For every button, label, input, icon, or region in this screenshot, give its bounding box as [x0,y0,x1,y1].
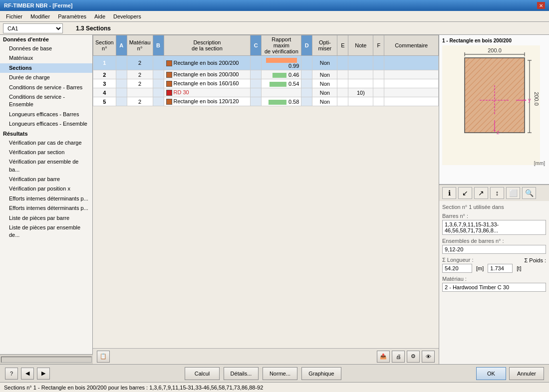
cell-d [301,97,312,106]
cell-b [153,56,164,70]
cell-ratio: 0.54 [262,79,301,88]
calcul-button[interactable]: Calcul [185,367,220,380]
sidebar-item-efforts-2[interactable]: Efforts internes déterminants p... [0,203,92,213]
cell-description: Rectangle en bois 200/200 [164,56,251,70]
next-button[interactable]: ▶ [37,368,50,380]
cell-f [373,79,384,88]
menu-parametres[interactable]: Paramètres [54,12,90,20]
sidebar-item-liste-ensemble[interactable]: Liste de pièces par ensemble de... [0,223,92,240]
longueur-poids-inline: Σ Longueur : Σ Poids : [442,257,546,264]
sidebar-item-verif-position[interactable]: Vérification par position x [0,184,92,194]
col-opti-header: Opti-miser [312,35,337,56]
ca-dropdown[interactable]: CA1 [3,23,63,33]
scrollbar-track[interactable] [1,357,92,363]
close-button[interactable]: ✕ [537,2,545,9]
sidebar-item-verif-ensemble[interactable]: Vérification par ensemble de ba... [0,157,92,175]
sidebar-item-longueurs-ensemble[interactable]: Longueurs efficaces - Ensemble [0,119,92,129]
sidebar-item-efforts-1[interactable]: Efforts internes déterminants p... [0,194,92,203]
sidebar-scrollbar[interactable] [0,354,93,364]
cell-comment [384,79,439,88]
cell-note [348,56,373,70]
cell-b [153,79,164,88]
preview-zoom-in-button[interactable]: ↗ [474,187,488,199]
sidebar-item-materiaux[interactable]: Matériaux [0,53,92,63]
col-c-header: C [251,35,262,56]
cell-comment [384,88,439,97]
menu-bar: Fichier Modifier Paramètres Aide Develop… [0,11,549,22]
sidebar-item-duree-charge[interactable]: Durée de charge [0,73,92,82]
table-print-button[interactable]: 🖨 [392,351,405,363]
menu-developers[interactable]: Developers [109,12,145,20]
cell-comment [384,56,439,70]
table-view-button[interactable]: 👁 [422,351,435,363]
col-section-header: Sectionn° [93,35,116,56]
preview-search-button[interactable]: 🔍 [522,187,536,199]
table-settings-button[interactable]: ⚙ [407,351,420,363]
preview-icons-row: ℹ ↙ ↗ ↕ ⬜ 🔍 [439,185,549,201]
barres-label: Barres n° : [442,213,546,219]
table-row[interactable]: 22Rectangle en bois 200/3000.46Non [93,70,439,79]
preview-fit-button[interactable]: ↙ [458,187,472,199]
window-title: RF-TIMBER NBR - [Ferme] [4,2,73,8]
table-row[interactable]: 52Rectangle en bois 120/1200.58Non [93,97,439,106]
sidebar-item-donnees-base[interactable]: Données de base [0,44,92,53]
cell-d [301,70,312,79]
ok-button[interactable]: OK [476,367,506,380]
sidebar-item-longueurs-barres[interactable]: Longueurs efficaces - Barres [0,110,92,119]
sidebar: Données d'entrée Données de base Matéria… [0,35,93,354]
sidebar-item-conditions-barres[interactable]: Conditions de service - Barres [0,83,92,92]
norme-button[interactable]: Norme... [263,367,297,380]
details-button[interactable]: Détails... [224,367,259,380]
help-button[interactable]: ? [5,368,18,380]
cell-a [116,88,127,97]
table-row[interactable]: 4RD 30Non10) [93,88,439,97]
prev-button[interactable]: ◀ [21,368,34,380]
sidebar-item-sections[interactable]: Sections [0,63,92,73]
preview-zoom-out-button[interactable]: ↕ [490,187,504,199]
preview-title: 1 - Rectangle en bois 200/200 [442,38,546,43]
sidebar-item-liste-barres[interactable]: Liste de pièces par barre [0,213,92,223]
bottom-left-buttons: ? ◀ ▶ [5,368,50,380]
sidebar-item-verif-section[interactable]: Vérification par section [0,148,92,157]
cell-d [301,88,312,97]
cell-d [301,56,312,70]
ensembles-label: Ensembles de barres n° : [442,238,546,244]
sidebar-item-verif-barre[interactable]: Vérification par barre [0,175,92,184]
poids-unit: [t] [517,265,521,271]
preview-reset-button[interactable]: ⬜ [506,187,520,199]
table-row[interactable]: 12Rectangle en bois 200/2000.99Non [93,56,439,70]
cell-c [251,79,262,88]
cell-b [153,70,164,79]
svg-text:200.0: 200.0 [488,47,502,53]
col-mat-header: Matériaun° [127,35,153,56]
table-row[interactable]: 32Rectangle en bois 160/1600.54Non [93,79,439,88]
annuler-button[interactable]: Annuler [509,367,544,380]
col-b-header: B [153,35,164,56]
preview-info-button[interactable]: ℹ [442,187,456,199]
table-area: Sectionn° A Matériaun° B Descriptionde l… [93,35,439,364]
longueur-poids-row: Σ Longueur : Σ Poids : 54.20 [m] 1.734 [… [442,257,546,273]
cell-b [153,88,164,97]
cell-ratio: 0.58 [262,97,301,106]
menu-aide[interactable]: Aide [90,12,109,20]
table-scroll[interactable]: Sectionn° A Matériaun° B Descriptionde l… [93,35,439,348]
cell-section: 5 [93,97,116,106]
svg-marker-14 [525,99,527,101]
table-bottom-left: 📋 [97,351,110,363]
cell-c [251,88,262,97]
table-export-button[interactable]: 📤 [377,351,390,363]
cell-comment [384,97,439,106]
sidebar-item-conditions-ensemble[interactable]: Conditions de service - Ensemble [0,92,92,110]
svg-text:y: y [528,97,531,103]
cell-e [337,79,348,88]
menu-fichier[interactable]: Fichier [2,12,26,20]
menu-modifier[interactable]: Modifier [26,12,54,20]
barres-row: Barres n° : 1,3,6,7,9,11,15-31,33-46,56,… [442,213,546,235]
mm-label: [mm] [534,161,545,166]
cell-section: 4 [93,88,116,97]
cell-f [373,88,384,97]
table-import-button[interactable]: 📋 [97,351,110,363]
cell-opti: Non [312,88,337,97]
graphique-button[interactable]: Graphique [301,367,341,380]
sidebar-item-verif-cas[interactable]: Vérification par cas de charge [0,138,92,148]
